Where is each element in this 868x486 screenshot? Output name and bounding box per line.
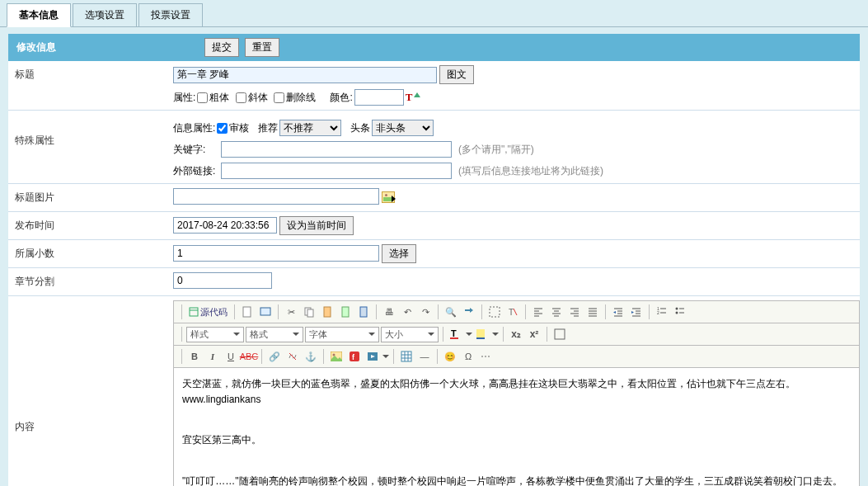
indent-icon[interactable]	[628, 304, 645, 320]
table-icon[interactable]	[398, 348, 415, 365]
hr-icon[interactable]: —	[416, 348, 433, 365]
smiley-icon[interactable]: 😊	[442, 348, 458, 365]
style-combo[interactable]: 样式	[186, 327, 244, 342]
owner-decimal-input[interactable]	[173, 245, 379, 262]
title-input[interactable]	[173, 67, 437, 83]
size-combo[interactable]: 大小	[381, 327, 439, 342]
text-color-caret[interactable]	[466, 333, 472, 336]
italic-checkbox[interactable]	[236, 92, 246, 103]
removeformat-icon[interactable]: T	[504, 304, 521, 320]
set-now-button[interactable]: 设为当前时间	[279, 216, 354, 235]
color-picker-icon[interactable]	[406, 91, 419, 104]
text-color-icon[interactable]: T	[448, 326, 464, 342]
svg-rect-8	[360, 307, 367, 317]
source-button[interactable]: 源代码	[186, 304, 230, 320]
svg-text:T: T	[509, 308, 514, 317]
pagebreak-icon[interactable]	[478, 348, 495, 365]
reset-button[interactable]: 重置	[245, 38, 279, 57]
editor-body[interactable]: 天空湛蓝，就仿佛一块巨大的蓝色翡翠，盛夏的太阳仿佛一个大火球，高高悬挂在这块巨大…	[173, 368, 860, 486]
svg-text:T: T	[451, 328, 457, 338]
bold-label: 粗体	[209, 91, 229, 105]
align-justify-icon[interactable]	[584, 304, 601, 320]
paste-icon[interactable]	[319, 304, 335, 320]
choose-button[interactable]: 选择	[382, 244, 416, 263]
title-image-input[interactable]	[173, 188, 379, 205]
new-doc-icon[interactable]	[239, 304, 256, 320]
media-caret[interactable]	[382, 355, 389, 358]
format-combo[interactable]: 格式	[246, 327, 303, 342]
bold-icon[interactable]: B	[186, 348, 203, 365]
row-special-attr: 特殊属性 信息属性: 审核 推荐 不推荐 头条 非头条 关键字: (多个请用",…	[8, 111, 860, 184]
italic-icon[interactable]: I	[204, 348, 221, 365]
copy-icon[interactable]	[301, 304, 317, 320]
submit-button[interactable]: 提交	[204, 38, 239, 57]
image-icon[interactable]	[328, 348, 345, 365]
svg-rect-5	[307, 309, 313, 317]
picktext-button[interactable]: 图文	[439, 65, 474, 84]
specialchar-icon[interactable]: Ω	[460, 348, 476, 365]
paste-text-icon[interactable]	[337, 304, 354, 320]
audit-checkbox[interactable]	[217, 123, 228, 134]
keywords-input[interactable]	[221, 141, 452, 158]
align-center-icon[interactable]	[548, 304, 565, 320]
paste-word-icon[interactable]	[355, 304, 372, 320]
flash-icon[interactable]: f	[346, 348, 363, 365]
publish-time-input[interactable]	[173, 217, 277, 234]
value-chapter-split	[173, 268, 860, 295]
info-attr-label: 信息属性:	[173, 121, 215, 135]
strike-checkbox[interactable]	[274, 92, 284, 103]
svg-point-40	[676, 308, 678, 310]
media-icon[interactable]	[364, 348, 381, 365]
tab-option-settings[interactable]: 选项设置	[73, 3, 137, 26]
unlink-icon[interactable]	[284, 348, 301, 365]
maximize-icon[interactable]	[551, 326, 568, 342]
numbered-list-icon[interactable]: 12	[654, 304, 670, 320]
editor-toolbar-row2: 样式 格式 字体 大小 T x₂ x²	[174, 323, 859, 346]
content-p3: "叮叮叮……"随着响亮的铃声响彻整个校园，顿时整个校园中响起一片喧哗声，各栋教学…	[182, 474, 851, 486]
svg-point-42	[676, 312, 678, 314]
extlink-input[interactable]	[221, 163, 452, 179]
selectall-icon[interactable]	[486, 304, 503, 320]
label-special-attr: 特殊属性	[8, 111, 173, 183]
content-p2: 宜安区第三高中。	[182, 432, 851, 448]
bg-color-caret[interactable]	[492, 333, 499, 336]
find-icon[interactable]: 🔍	[443, 304, 459, 320]
font-combo[interactable]: 字体	[305, 327, 379, 342]
bg-color-icon[interactable]	[474, 326, 490, 342]
undo-icon[interactable]: ↶	[399, 304, 415, 320]
keywords-label: 关键字:	[173, 143, 219, 157]
redo-icon[interactable]: ↷	[417, 304, 434, 320]
replace-icon[interactable]	[461, 304, 477, 320]
main-panel: 修改信息 提交 重置 标题 图文 属性: 粗体 斜体 删除线	[0, 27, 868, 486]
outdent-icon[interactable]	[610, 304, 626, 320]
strikethrough-icon[interactable]: ABC	[241, 348, 257, 365]
superscript-icon[interactable]: x²	[526, 326, 542, 342]
headline-select[interactable]: 非头条	[372, 120, 434, 136]
value-owner-decimal: 选择	[173, 240, 860, 267]
link-icon[interactable]: 🔗	[266, 348, 283, 365]
color-input[interactable]	[354, 89, 404, 106]
svg-rect-2	[243, 307, 251, 317]
print-icon[interactable]: 🖶	[381, 304, 397, 320]
subscript-icon[interactable]: x₂	[508, 326, 524, 342]
color-label: 颜色:	[330, 91, 352, 105]
row-owner-decimal: 所属小数 选择	[8, 240, 860, 268]
attr-label: 属性:	[173, 91, 195, 105]
cut-icon[interactable]: ✂	[283, 304, 299, 320]
align-left-icon[interactable]	[530, 304, 547, 320]
bold-checkbox[interactable]	[197, 92, 208, 103]
recommend-select[interactable]: 不推荐	[279, 120, 341, 136]
bullet-list-icon[interactable]	[672, 304, 688, 320]
label-title-image: 标题图片	[8, 184, 173, 211]
tab-vote-settings[interactable]: 投票设置	[138, 3, 203, 26]
editor-toolbar-row3: B I U ABC 🔗 ⚓ f —	[174, 346, 859, 368]
label-title: 标题	[8, 61, 173, 110]
anchor-icon[interactable]: ⚓	[303, 348, 319, 365]
underline-icon[interactable]: U	[223, 348, 239, 365]
content-p1: 天空湛蓝，就仿佛一块巨大的蓝色翡翠，盛夏的太阳仿佛一个大火球，高高悬挂在这块巨大…	[182, 376, 851, 408]
svg-rect-9	[490, 307, 500, 317]
chapter-split-input[interactable]	[173, 272, 272, 289]
preview-icon[interactable]	[257, 304, 274, 320]
align-right-icon[interactable]	[566, 304, 583, 320]
tab-basic-info[interactable]: 基本信息	[7, 3, 71, 27]
